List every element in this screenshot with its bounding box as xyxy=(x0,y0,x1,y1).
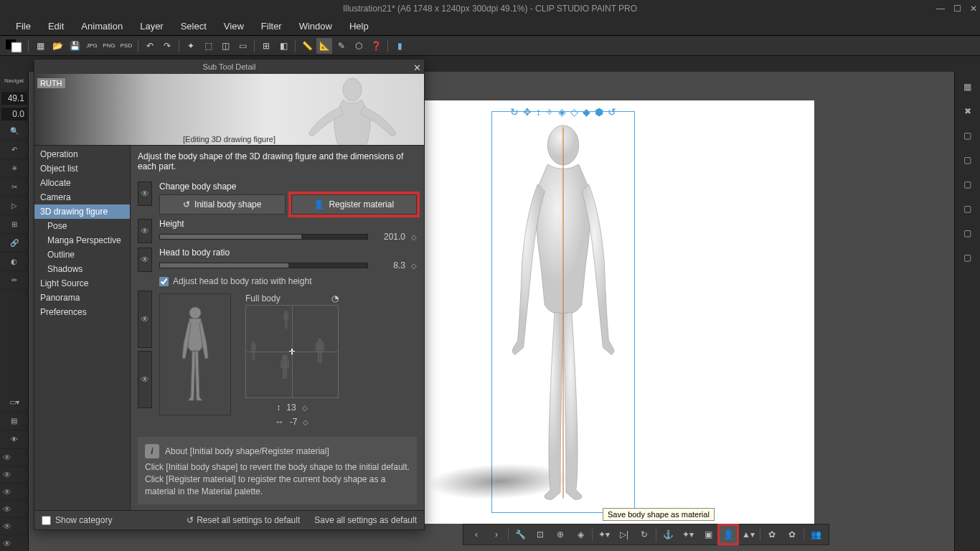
delete-icon[interactable]: ✦ xyxy=(183,38,199,54)
minimize-icon[interactable]: — xyxy=(936,4,945,14)
clip-studio-icon[interactable]: ▮ xyxy=(392,38,407,54)
menu-animation[interactable]: Animation xyxy=(72,18,131,34)
nav-light-source[interactable]: Light Source xyxy=(34,276,130,291)
material-c-icon[interactable]: ▢ xyxy=(955,174,980,195)
undo-icon[interactable]: ↶ xyxy=(142,38,158,54)
snap-ruler-icon[interactable]: 📐 xyxy=(316,38,332,54)
body-shape-dropdown-icon[interactable]: ▲▾ xyxy=(740,526,757,543)
height-value[interactable]: 201.0 xyxy=(374,232,405,242)
material-d-icon[interactable]: ▢ xyxy=(955,198,980,220)
layer-opacity-icon[interactable]: ▤ xyxy=(0,412,28,430)
next-icon[interactable]: › xyxy=(488,526,505,543)
quick-access-icon[interactable]: ▦ xyxy=(955,76,980,98)
tool-grid-icon[interactable]: ⊞ xyxy=(0,215,28,234)
menu-view[interactable]: View xyxy=(215,18,253,34)
register-pose-icon[interactable]: ✦▾ xyxy=(679,526,697,543)
nav-manga-perspective[interactable]: Manga Perspective xyxy=(34,233,130,248)
new-file-icon[interactable]: ▦ xyxy=(32,38,48,54)
layer-row-6[interactable]: 👁 xyxy=(0,535,28,551)
material-f-icon[interactable]: ▢ xyxy=(955,247,980,268)
grid-icon[interactable]: ⬡ xyxy=(351,38,367,54)
pose-scanner-icon[interactable]: ✦▾ xyxy=(595,526,613,543)
menu-filter[interactable]: Filter xyxy=(253,18,291,34)
menu-layer[interactable]: Layer xyxy=(131,18,172,34)
layer-row-4[interactable]: 👁 xyxy=(0,501,28,518)
grid-y-value[interactable]: 13 xyxy=(286,402,296,413)
snap-special-icon[interactable]: ✎ xyxy=(334,38,349,54)
dialog-close-icon[interactable]: ✕ xyxy=(413,61,421,75)
mesh-transform-icon[interactable]: ⊞ xyxy=(258,38,274,54)
close-icon[interactable]: ✕ xyxy=(970,4,977,14)
color-swatch[interactable] xyxy=(4,38,24,54)
nav-outline[interactable]: Outline xyxy=(34,248,130,262)
rotation-readout[interactable]: 0.0 xyxy=(1,108,27,121)
tool-play-icon[interactable]: ▷ xyxy=(0,197,28,215)
figure-type-icon[interactable]: 👥 xyxy=(807,526,824,543)
anchor-icon[interactable]: ⚓ xyxy=(659,526,677,543)
visibility-toggle-body-a[interactable]: 👁 xyxy=(138,291,152,348)
nav-operation[interactable]: Operation xyxy=(34,147,130,161)
nav-shadows[interactable]: Shadows xyxy=(34,262,130,276)
zoom-readout[interactable]: 49.1 xyxy=(1,92,27,105)
height-slider[interactable] xyxy=(159,234,368,240)
camera-lock-icon[interactable]: ⊡ xyxy=(532,526,549,543)
focus-icon[interactable]: ⊕ xyxy=(552,526,569,543)
grid-y-spinner[interactable]: ◇ xyxy=(302,404,308,412)
material-panel-icon[interactable]: ✖ xyxy=(955,100,980,122)
layer-row-5[interactable]: 👁 xyxy=(0,518,28,535)
export-psd-icon[interactable]: PSD xyxy=(118,38,134,54)
3d-figure[interactable] xyxy=(492,118,634,506)
save-icon[interactable]: 💾 xyxy=(67,38,83,54)
layer-eye-icon[interactable]: 👁 xyxy=(0,430,28,449)
ratio-spinner[interactable]: ◇ xyxy=(411,262,417,270)
maximize-icon[interactable]: ☐ xyxy=(953,4,961,14)
ratio-value[interactable]: 8.3 xyxy=(374,260,405,270)
material-a-icon[interactable]: ▢ xyxy=(955,125,980,146)
material-2-icon[interactable]: ✿ xyxy=(783,526,801,543)
crop-icon[interactable]: ⬚ xyxy=(200,38,216,54)
tool-unknown1-icon[interactable]: ◐ xyxy=(0,253,28,271)
open-file-icon[interactable]: 📂 xyxy=(50,38,65,54)
reset-defaults-button[interactable]: ↺ Reset all settings to default xyxy=(187,515,300,525)
symmetry-icon[interactable]: ❓ xyxy=(368,38,384,54)
visibility-toggle-body-b[interactable]: 👁 xyxy=(138,351,152,408)
canvas-size-icon[interactable]: ◫ xyxy=(217,38,233,54)
material-e-icon[interactable]: ▢ xyxy=(955,222,980,244)
body-shape-grid[interactable] xyxy=(245,305,339,398)
layer-row-2[interactable]: 👁 xyxy=(0,466,28,484)
nav-allocate[interactable]: Allocate xyxy=(34,176,130,190)
tool-link-icon[interactable]: 🔗 xyxy=(0,234,28,253)
show-category-checkbox[interactable]: Show category xyxy=(42,515,172,525)
tool-undo-icon[interactable]: ↶ xyxy=(0,141,28,159)
tool-unknown2-icon[interactable]: ✏ xyxy=(0,271,28,290)
nav-camera[interactable]: Camera xyxy=(34,190,130,204)
material-1-icon[interactable]: ✿ xyxy=(763,526,781,543)
flip-h-icon[interactable]: ▷| xyxy=(616,526,633,543)
material-b-icon[interactable]: ▢ xyxy=(955,149,980,171)
nav-preferences[interactable]: Preferences xyxy=(34,305,130,319)
layer-row-3[interactable]: 👁 xyxy=(0,484,28,501)
reset-pose-icon[interactable]: ↻ xyxy=(636,526,653,543)
adjust-ratio-checkbox[interactable]: Adjust head to body ratio with height xyxy=(159,276,311,286)
grid-x-arrows-icon[interactable]: ↔ xyxy=(275,417,284,427)
save-full-body-icon[interactable]: ▣ xyxy=(699,526,717,543)
body-preview[interactable] xyxy=(159,293,231,415)
grid-cursor[interactable] xyxy=(289,349,295,354)
navigator-toggle[interactable]: Navigat xyxy=(0,72,28,90)
nav-3d-drawing-figure[interactable]: 3D drawing figure xyxy=(34,204,130,219)
ratio-slider[interactable] xyxy=(159,263,368,268)
grid-y-arrows-icon[interactable]: ↕ xyxy=(276,402,281,413)
height-spinner[interactable]: ◇ xyxy=(411,233,417,241)
menu-window[interactable]: Window xyxy=(291,18,341,34)
wrench-icon[interactable]: 🔧 xyxy=(512,526,529,543)
visibility-toggle-ratio[interactable]: 👁 xyxy=(138,248,152,272)
visibility-toggle-height[interactable]: 👁 xyxy=(138,219,152,243)
transform-icon[interactable]: ▭ xyxy=(235,38,250,54)
adjust-ratio-checkbox-input[interactable] xyxy=(159,277,169,286)
register-material-button[interactable]: 👤 Register material xyxy=(291,194,418,215)
layer-row-1[interactable]: 👁 xyxy=(0,449,28,466)
menu-select[interactable]: Select xyxy=(172,18,215,34)
prev-icon[interactable]: ‹ xyxy=(468,526,485,543)
save-body-shape-material-icon[interactable]: 👤 xyxy=(720,526,737,543)
dialog-titlebar[interactable]: Sub Tool Detail ✕ xyxy=(34,60,424,74)
